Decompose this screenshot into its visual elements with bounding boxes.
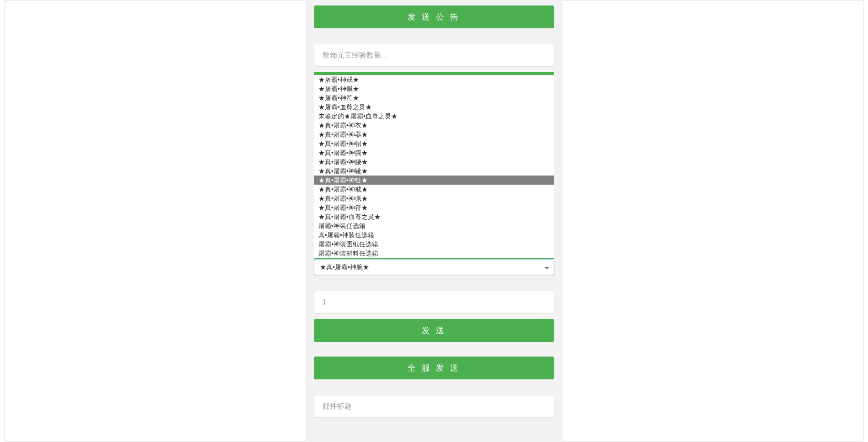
- item-select-box[interactable]: ★真•屠霸•神腕★: [314, 260, 554, 275]
- item-select-wrapper: ★屠霸•神戒★★屠霸•神佩★★屠霸•神符★★屠霸•血尊之灵★未鉴定的★屠霸•血尊…: [314, 72, 554, 275]
- option-item[interactable]: ★真•屠霸•神靴★: [314, 166, 554, 176]
- option-item[interactable]: ★真•屠霸•神衣★: [314, 121, 554, 130]
- option-item[interactable]: 未鉴定的★屠霸•血尊之灵★: [314, 112, 554, 121]
- option-item[interactable]: ★真•屠霸•神戒★: [314, 185, 554, 194]
- selected-value: ★真•屠霸•神腕★: [320, 263, 369, 272]
- option-item[interactable]: ★真•屠霸•血尊之灵★: [314, 212, 554, 221]
- option-item[interactable]: ★真•屠霸•神腕★: [314, 148, 554, 157]
- option-item[interactable]: ★屠霸•神佩★: [314, 84, 554, 93]
- send-notice-button[interactable]: 发 送 公 告: [314, 5, 554, 28]
- option-item[interactable]: 屠霸•神装图纸任选箱: [314, 240, 554, 249]
- option-item[interactable]: ★真•屠霸•神腰★: [314, 157, 554, 166]
- option-item[interactable]: ★真•屠霸•神帽★: [314, 139, 554, 148]
- main-panel: 发 送 公 告 ★屠霸•神戒★★屠霸•神佩★★屠霸•神符★★屠霸•血尊之灵★未鉴…: [306, 0, 562, 442]
- option-item[interactable]: ★屠霸•神符★: [314, 93, 554, 102]
- send-button[interactable]: 发 送: [314, 319, 554, 342]
- send-all-button[interactable]: 全 服 发 送: [314, 357, 554, 379]
- option-item[interactable]: ★屠霸•神戒★: [314, 75, 554, 84]
- mail-title-input[interactable]: [314, 395, 554, 418]
- option-item[interactable]: 屠霸•神装材料任选箱: [314, 249, 554, 258]
- item-dropdown-list[interactable]: ★屠霸•神戒★★屠霸•神佩★★屠霸•神符★★屠霸•血尊之灵★未鉴定的★屠霸•血尊…: [314, 72, 554, 259]
- option-item[interactable]: 真•屠霸•神装任选箱: [314, 230, 554, 240]
- option-item[interactable]: ★真•屠霸•神链★: [314, 176, 554, 185]
- option-item[interactable]: ★真•屠霸•神符★: [314, 203, 554, 212]
- chevron-down-icon: [545, 264, 549, 271]
- option-item[interactable]: ★真•屠霸•神佩★: [314, 194, 554, 203]
- option-item[interactable]: ★真•屠霸•神器★: [314, 130, 554, 139]
- option-item[interactable]: ★屠霸•血尊之灵★: [314, 102, 554, 112]
- quantity-input[interactable]: [314, 44, 554, 67]
- option-item[interactable]: 屠霸•神装任选箱: [314, 221, 554, 230]
- count-input[interactable]: [314, 291, 554, 314]
